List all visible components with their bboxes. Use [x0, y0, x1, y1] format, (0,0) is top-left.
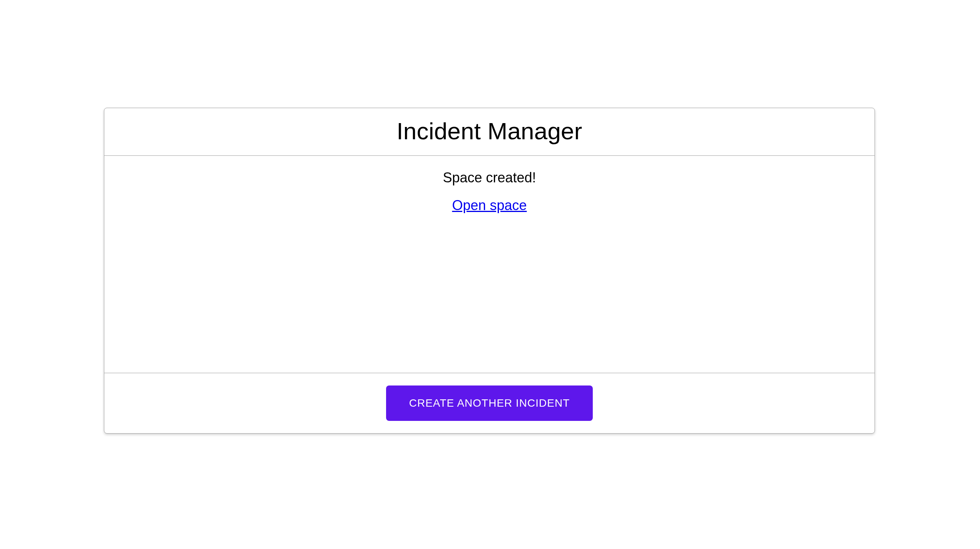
create-another-incident-button[interactable]: CREATE ANOTHER INCIDENT [386, 385, 593, 421]
card-body: Space created! Open space [104, 156, 875, 373]
card-footer: CREATE ANOTHER INCIDENT [104, 373, 875, 433]
status-message: Space created! [104, 170, 875, 186]
page-title: Incident Manager [104, 117, 875, 145]
card-header: Incident Manager [104, 108, 875, 156]
open-space-link[interactable]: Open space [452, 197, 527, 213]
incident-manager-card: Incident Manager Space created! Open spa… [104, 108, 875, 434]
